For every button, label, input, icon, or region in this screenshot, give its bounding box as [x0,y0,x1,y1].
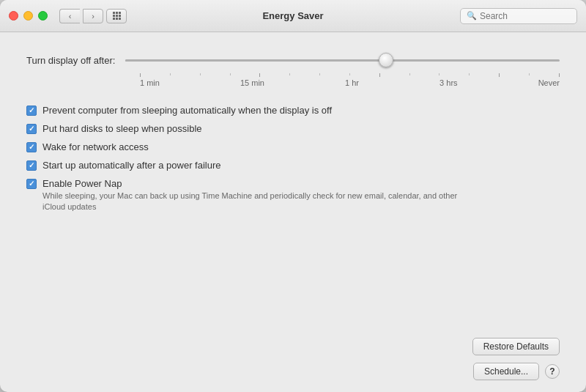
tick [499,73,500,77]
slider-track-wrapper[interactable] [125,53,560,67]
window-title: Energy Saver [262,10,323,21]
tick [259,73,260,77]
option-label-4: Start up automatically after a power fai… [42,160,221,171]
schedule-button[interactable]: Schedule... [473,363,539,380]
search-input[interactable] [480,11,571,21]
tick [409,73,410,77]
tick-marks [140,73,560,77]
slider-track [125,59,560,62]
checkmark-2: ✓ [29,125,34,133]
help-button[interactable]: ? [545,364,560,379]
bottom-bar: Restore Defaults Schedule... ? [0,330,586,392]
slider-section: Turn display off after: [26,53,560,87]
tick [289,73,290,77]
tick [140,73,141,77]
option-row-5: ✓ Enable Power Nap While sleeping, your … [26,178,560,213]
titlebar: ‹ › Energy Saver 🔍 [0,0,586,32]
forward-icon: › [92,12,94,21]
tick [230,73,231,77]
checkmark-4: ✓ [29,162,34,169]
search-box[interactable]: 🔍 [460,8,577,24]
tick [200,73,201,77]
restore-defaults-button[interactable]: Restore Defaults [472,338,560,355]
checkmark-3: ✓ [29,144,34,151]
grid-icon [113,12,121,20]
tick [319,73,320,77]
tick [349,73,350,77]
option-label-2: Put hard disks to sleep when possible [42,123,202,134]
time-label-never: Never [538,78,560,87]
checkmark-5: ✓ [29,180,34,188]
option-row-2: ✓ Put hard disks to sleep when possible [26,123,560,134]
option-row-4: ✓ Start up automatically after a power f… [26,160,560,171]
checkbox-5[interactable]: ✓ [26,179,37,189]
slider-track-fill [125,59,386,62]
checkbox-3[interactable]: ✓ [26,142,37,152]
back-icon: ‹ [69,12,72,21]
nav-buttons: ‹ › [59,9,103,23]
checkbox-4[interactable]: ✓ [26,160,37,171]
time-label-3hrs: 3 hrs [440,78,457,87]
search-icon: 🔍 [467,11,477,21]
slider-row: Turn display off after: [26,53,560,67]
tick [529,73,530,77]
option-row-3: ✓ Wake for network access [26,141,560,152]
tick [170,73,171,77]
tick [559,73,560,77]
checkbox-1[interactable]: ✓ [26,106,37,116]
time-label-1min: 1 min [140,78,160,87]
checkbox-2[interactable]: ✓ [26,124,37,134]
traffic-lights [9,11,48,21]
tick [469,73,470,77]
close-button[interactable] [9,11,18,21]
grid-button[interactable] [106,9,127,23]
tick [439,73,440,77]
checkmark-1: ✓ [29,107,34,114]
maximize-button[interactable] [38,11,48,21]
option-label-5: Enable Power Nap [42,178,482,189]
tick [379,73,380,77]
bottom-row: Schedule... ? [473,363,560,380]
back-button[interactable]: ‹ [59,9,80,23]
main-window: ‹ › Energy Saver 🔍 Turn display off afte… [0,0,586,392]
content-area: Turn display off after: [0,32,586,330]
option-text-group-5: Enable Power Nap While sleeping, your Ma… [42,178,482,213]
forward-button[interactable]: › [83,9,103,23]
slider-thumb[interactable] [379,53,393,67]
time-label-15min: 15 min [240,78,264,87]
option-label-1: Prevent computer from sleeping automatic… [42,105,332,116]
option-row-1: ✓ Prevent computer from sleeping automat… [26,105,560,116]
options-section: ✓ Prevent computer from sleeping automat… [26,105,560,213]
option-sublabel-5: While sleeping, your Mac can back up usi… [42,191,482,213]
option-label-3: Wake for network access [42,141,149,152]
minimize-button[interactable] [23,11,33,21]
slider-label: Turn display off after: [26,55,115,66]
time-label-1hr: 1 hr [345,78,359,87]
